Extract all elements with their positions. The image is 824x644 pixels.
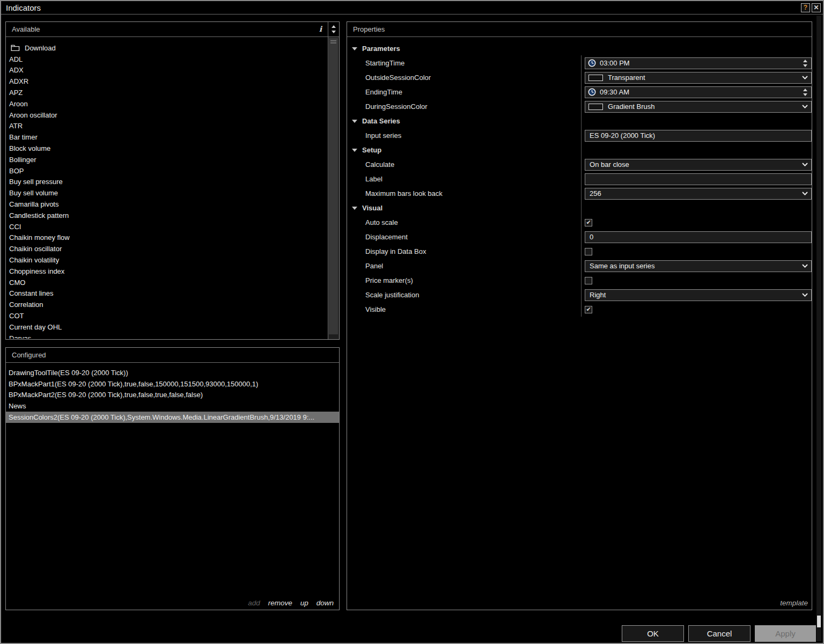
configured-panel: Configured DrawingToolTile(ES 09-20 (200… bbox=[5, 347, 340, 610]
available-item-adx[interactable]: ADX bbox=[6, 65, 327, 76]
section-header-setup[interactable]: Setup bbox=[347, 143, 812, 157]
available-item-darvas[interactable]: Darvas bbox=[6, 333, 327, 339]
display-in-data-box-checkbox[interactable] bbox=[585, 248, 592, 255]
property-row-maximum-bars-look-back: Maximum bars look back256 bbox=[347, 186, 812, 201]
visible-checkbox[interactable]: ✔ bbox=[585, 306, 592, 313]
window-scrollbar[interactable] bbox=[816, 16, 821, 641]
title-bar[interactable]: Indicators ? ✕ bbox=[1, 1, 823, 14]
available-item-cmo[interactable]: CMO bbox=[6, 277, 327, 288]
scroll-arrow-buttons bbox=[328, 22, 339, 36]
available-item-constant-lines[interactable]: Constant lines bbox=[6, 288, 327, 299]
property-label: Price marker(s) bbox=[347, 276, 580, 284]
chevron-down-icon bbox=[799, 264, 811, 268]
available-item-label: ADX bbox=[9, 66, 24, 74]
displacement-value: 0 bbox=[585, 233, 811, 241]
available-item-adl[interactable]: ADL bbox=[6, 54, 327, 65]
available-item-bollinger[interactable]: Bollinger bbox=[6, 154, 327, 165]
info-icon[interactable]: i bbox=[319, 22, 322, 36]
panel-field[interactable]: Same as input series bbox=[585, 260, 812, 272]
help-button[interactable]: ? bbox=[801, 3, 810, 12]
configured-item[interactable]: BPxMackPart2(ES 09-20 (2000 Tick),true,f… bbox=[6, 390, 339, 401]
property-label: Maximum bars look back bbox=[347, 189, 580, 197]
scroll-down-icon[interactable] bbox=[332, 31, 336, 33]
available-item-chaikin-oscillator[interactable]: Chaikin oscillator bbox=[6, 243, 327, 254]
section-header-parameters[interactable]: Parameters bbox=[347, 41, 812, 56]
available-item-bop[interactable]: BOP bbox=[6, 165, 327, 177]
close-button[interactable]: ✕ bbox=[812, 3, 821, 12]
outsidesessioncolor-field[interactable]: Transparent bbox=[585, 72, 812, 84]
available-header: Available i bbox=[6, 22, 339, 37]
auto-scale-checkbox[interactable]: ✔ bbox=[585, 219, 592, 226]
available-item-download[interactable]: Download bbox=[6, 42, 327, 54]
input-series-field[interactable]: ES 09-20 (2000 Tick) bbox=[585, 130, 812, 142]
available-item-atr[interactable]: ATR bbox=[6, 121, 327, 132]
collapse-arrow-icon[interactable] bbox=[352, 120, 357, 123]
available-item-choppiness-index[interactable]: Choppiness index bbox=[6, 266, 327, 277]
spinner-down-icon[interactable] bbox=[803, 64, 807, 67]
template-link[interactable]: template bbox=[780, 599, 808, 607]
label-field[interactable] bbox=[585, 173, 812, 185]
maximum-bars-look-back-field[interactable]: 256 bbox=[585, 188, 812, 200]
endingtime-field[interactable]: 09:30 AM bbox=[585, 86, 812, 98]
available-item-camarilla-pivots[interactable]: Camarilla pivots bbox=[6, 199, 327, 210]
endingtime-spinner[interactable] bbox=[799, 89, 811, 96]
section-header-data-series[interactable]: Data Series bbox=[347, 114, 812, 128]
available-item-correlation[interactable]: Correlation bbox=[6, 299, 327, 310]
maximum-bars-look-back-value: 256 bbox=[585, 189, 799, 197]
available-item-apz[interactable]: APZ bbox=[6, 87, 327, 98]
price-marker-s-checkbox[interactable] bbox=[585, 277, 592, 284]
spinner-down-icon[interactable] bbox=[803, 93, 807, 96]
property-control: ✔ bbox=[585, 219, 812, 226]
color-swatch bbox=[588, 104, 603, 110]
available-item-block-volume[interactable]: Block volume bbox=[6, 143, 327, 154]
cancel-button[interactable]: Cancel bbox=[688, 625, 751, 642]
available-item-chaikin-volatility[interactable]: Chaikin volatility bbox=[6, 254, 327, 266]
down-link[interactable]: down bbox=[317, 599, 334, 607]
available-item-label: Buy sell pressure bbox=[9, 178, 63, 186]
available-item-buy-sell-volume[interactable]: Buy sell volume bbox=[6, 187, 327, 199]
available-item-current-day-ohl[interactable]: Current day OHL bbox=[6, 321, 327, 333]
scale-justification-field[interactable]: Right bbox=[585, 289, 812, 301]
startingtime-field[interactable]: 03:00 PM bbox=[585, 57, 812, 69]
available-item-buy-sell-pressure[interactable]: Buy sell pressure bbox=[6, 177, 327, 188]
scroll-thumb[interactable] bbox=[329, 38, 338, 334]
section-header-visual[interactable]: Visual bbox=[347, 201, 812, 215]
spinner-up-icon[interactable] bbox=[803, 60, 807, 62]
up-link[interactable]: up bbox=[300, 599, 308, 607]
configured-item[interactable]: News bbox=[6, 400, 339, 412]
displacement-field[interactable]: 0 bbox=[585, 231, 812, 243]
available-item-adxr[interactable]: ADXR bbox=[6, 76, 327, 87]
collapse-arrow-icon[interactable] bbox=[352, 207, 357, 210]
available-item-candlestick-pattern[interactable]: Candlestick pattern bbox=[6, 210, 327, 221]
available-item-cot[interactable]: COT bbox=[6, 310, 327, 321]
startingtime-spinner[interactable] bbox=[799, 60, 811, 67]
available-item-label: BOP bbox=[9, 167, 24, 175]
remove-link[interactable]: remove bbox=[268, 599, 292, 607]
calculate-field[interactable]: On bar close bbox=[585, 159, 812, 171]
scroll-track[interactable] bbox=[328, 37, 339, 339]
collapse-arrow-icon[interactable] bbox=[352, 47, 357, 50]
property-row-panel: PanelSame as input series bbox=[347, 259, 812, 273]
available-item-bar-timer[interactable]: Bar timer bbox=[6, 131, 327, 143]
duringsessioncolor-field[interactable]: Gradient Brush bbox=[585, 101, 812, 113]
window-scroll-thumb[interactable] bbox=[817, 616, 821, 627]
configured-item-label: BPxMackPart1(ES 09-20 (2000 Tick),true,f… bbox=[9, 380, 258, 388]
available-item-aroon-oscillator[interactable]: Aroon oscillator bbox=[6, 109, 327, 121]
indicators-dialog: Indicators ? ✕ Available i DownloadADLAD… bbox=[0, 0, 824, 644]
configured-item[interactable]: BPxMackPart1(ES 09-20 (2000 Tick),true,f… bbox=[6, 378, 339, 390]
available-item-aroon[interactable]: Aroon bbox=[6, 98, 327, 109]
property-control bbox=[585, 277, 812, 284]
available-item-cci[interactable]: CCI bbox=[6, 221, 327, 232]
spinner-up-icon[interactable] bbox=[803, 89, 807, 91]
available-item-label: CMO bbox=[9, 279, 25, 287]
property-row-endingtime: EndingTime09:30 AM bbox=[347, 85, 812, 99]
available-item-label: Constant lines bbox=[9, 289, 53, 297]
available-item-chaikin-money-flow[interactable]: Chaikin money flow bbox=[6, 232, 327, 244]
configured-item[interactable]: DrawingToolTile(ES 09-20 (2000 Tick)) bbox=[6, 367, 339, 378]
ok-button[interactable]: OK bbox=[622, 625, 684, 642]
available-scrollbar[interactable] bbox=[328, 22, 339, 339]
property-control: 0 bbox=[585, 231, 812, 243]
collapse-arrow-icon[interactable] bbox=[352, 149, 357, 152]
scroll-up-icon[interactable] bbox=[332, 25, 336, 28]
configured-item-selected[interactable]: SessionColors2(ES 09-20 (2000 Tick),Syst… bbox=[6, 412, 339, 423]
